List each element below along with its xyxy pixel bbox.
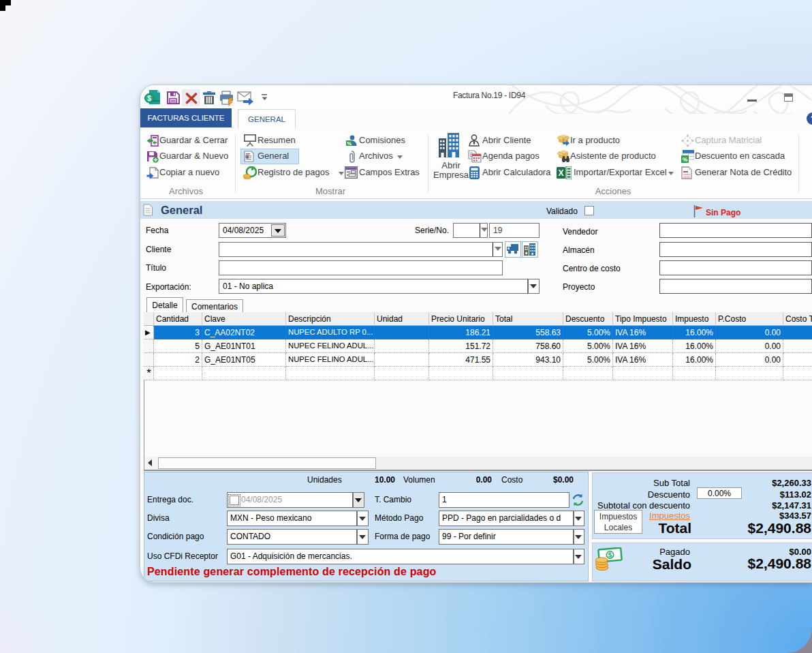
svg-text:%: % (683, 156, 688, 163)
svg-text:%: % (347, 140, 352, 147)
svg-text:$: $ (147, 95, 151, 102)
svg-text:X: X (558, 168, 563, 178)
